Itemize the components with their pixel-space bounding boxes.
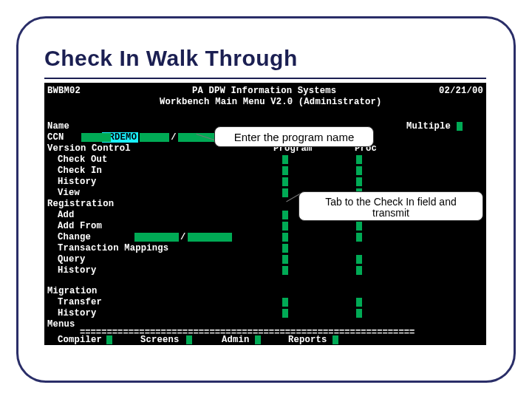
header-subtitle: Workbench Main Menu V2.0 (Administrator) [160, 97, 382, 108]
callout-tab-checkin: Tab to the Check In field and transmit [299, 191, 483, 221]
screens-field[interactable] [186, 335, 192, 344]
menu-transfer[interactable]: Transfer [58, 297, 102, 308]
menu-check-in[interactable]: Check In [58, 166, 102, 177]
title-rule [44, 78, 486, 79]
view-program-field[interactable] [282, 188, 288, 197]
menu-compiler[interactable]: Compiler [58, 335, 102, 345]
menu-screens[interactable]: Screens [140, 335, 180, 345]
name-label: Name [47, 121, 69, 132]
admin-field[interactable] [255, 335, 261, 344]
header-title: PA DPW Information Systems [192, 86, 336, 97]
menu-add[interactable]: Add [58, 210, 75, 221]
multiple-field[interactable] [457, 122, 463, 131]
menu-add-from[interactable]: Add From [58, 221, 102, 232]
menu-change[interactable]: Change [58, 232, 91, 243]
checkin-proc-field[interactable] [356, 166, 362, 175]
multiple-label: Multiple [406, 121, 451, 132]
callout-enter-program: Enter the program name [214, 126, 374, 147]
add-from-field-ext[interactable] [188, 233, 232, 242]
screen-id: BWBM02 [47, 86, 81, 97]
query-proc-field[interactable] [356, 255, 362, 264]
menu-reg-history[interactable]: History [58, 265, 97, 276]
transfer-program-field[interactable] [282, 298, 288, 307]
mhist-proc-field[interactable] [356, 309, 362, 318]
addfrom-program-field[interactable] [282, 222, 288, 231]
rhist-program-field[interactable] [282, 266, 288, 275]
rhist-proc-field[interactable] [356, 266, 362, 275]
menu-reports[interactable]: Reports [288, 335, 327, 345]
section-version-control: Version Control [47, 143, 131, 154]
checkout-program-field[interactable] [282, 155, 288, 164]
checkout-proc-field[interactable] [356, 155, 362, 164]
menu-view[interactable]: View [58, 188, 80, 199]
change-proc-field[interactable] [356, 233, 362, 242]
tm-program-field[interactable] [282, 244, 288, 253]
history-program-field[interactable] [282, 177, 288, 186]
ccn-label: CCN [47, 132, 64, 143]
query-program-field[interactable] [282, 255, 288, 264]
mhist-program-field[interactable] [282, 309, 288, 318]
menu-query[interactable]: Query [58, 254, 86, 265]
section-migration: Migration [47, 286, 98, 297]
add-from-field[interactable] [134, 233, 179, 242]
change-program-field[interactable] [282, 233, 288, 242]
section-registration: Registration [47, 199, 114, 210]
addfrom-proc-field[interactable] [356, 222, 362, 231]
history-proc-field[interactable] [356, 177, 362, 186]
menu-check-out[interactable]: Check Out [58, 154, 108, 166]
header-date: 02/21/00 [439, 86, 483, 97]
add-program-field[interactable] [282, 211, 288, 219]
ccn-field[interactable] [81, 133, 111, 142]
menu-trans-mappings[interactable]: Transaction Mappings [58, 243, 168, 254]
name-field-fill[interactable] [140, 133, 169, 142]
terminal-screen: BWBM02 PA DPW Information Systems 02/21/… [44, 83, 486, 345]
menu-admin[interactable]: Admin [222, 335, 250, 345]
reports-field[interactable] [332, 335, 338, 344]
menu-history[interactable]: History [58, 177, 97, 188]
menu-mig-history[interactable]: History [58, 308, 97, 319]
checkin-program-field[interactable] [282, 166, 288, 175]
transfer-proc-field[interactable] [356, 298, 362, 307]
compiler-field[interactable] [106, 335, 112, 344]
page-title: Check In Walk Through [44, 46, 298, 71]
